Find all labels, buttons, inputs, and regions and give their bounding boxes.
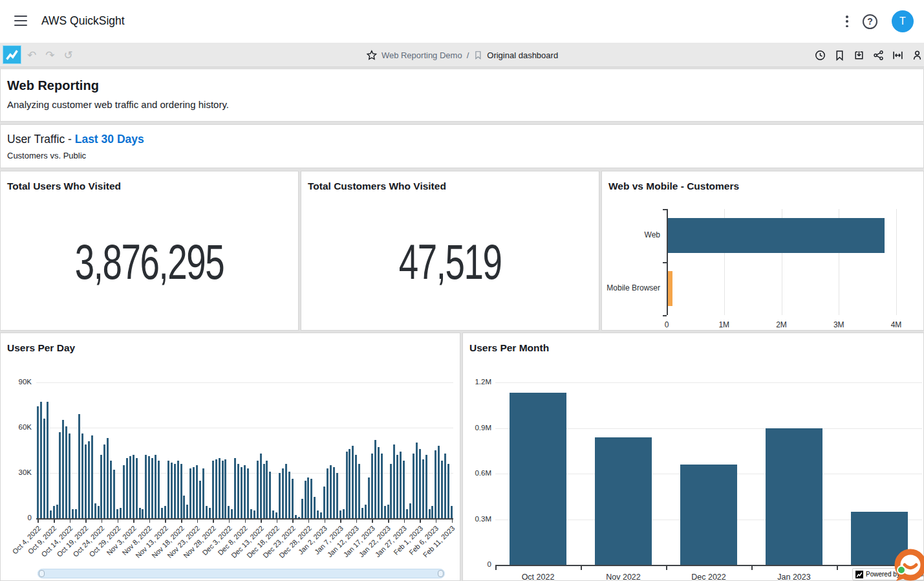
bar[interactable] [298,517,300,518]
bar[interactable] [53,506,55,518]
bar[interactable] [247,468,249,518]
section-title-link[interactable]: Last 30 Days [75,133,144,146]
bar[interactable] [396,455,398,518]
fit-width-icon[interactable] [892,50,903,61]
bar[interactable] [444,454,446,518]
bar[interactable] [400,452,402,518]
bar[interactable] [451,506,453,518]
bar[interactable] [260,454,262,518]
bar[interactable] [349,449,350,518]
bar[interactable] [253,510,255,518]
bar[interactable] [314,497,316,518]
kpi-card-total-customers[interactable]: Total Customers Who Visited 47,519 [301,171,599,331]
bar[interactable] [183,496,185,518]
bar[interactable] [142,509,144,518]
bar[interactable] [199,481,201,518]
bar[interactable] [310,479,312,518]
bar[interactable] [47,402,48,518]
user-avatar[interactable]: T [892,10,914,32]
bar[interactable] [358,464,360,518]
bar[interactable] [282,468,284,518]
bar[interactable] [107,438,109,518]
bar[interactable] [336,473,338,518]
bar[interactable] [98,506,100,518]
bar[interactable] [202,468,204,518]
bar[interactable] [65,426,67,518]
kebab-menu-icon[interactable] [846,16,848,27]
bar[interactable] [43,419,45,518]
bar[interactable] [75,509,77,518]
bar[interactable] [81,433,83,518]
bar[interactable] [680,465,737,565]
bar[interactable] [139,508,141,518]
bar[interactable] [56,505,58,518]
bar[interactable] [103,444,105,518]
bar[interactable] [91,435,93,518]
quicksight-logo-icon[interactable] [3,45,21,64]
bar[interactable] [288,472,290,518]
bar[interactable] [257,461,259,518]
bar[interactable] [212,461,214,518]
bar[interactable] [224,459,226,518]
bar[interactable] [438,446,440,518]
bar[interactable] [381,454,383,518]
bar[interactable] [167,461,169,518]
bar[interactable] [206,506,208,518]
chart-card-users-per-month[interactable]: Users Per Month 1.2M0.9M0.6M0.3M0Oct 202… [462,333,924,581]
bar[interactable] [305,481,306,518]
bar[interactable] [120,508,122,518]
bar[interactable] [374,440,376,518]
bar[interactable] [69,433,70,518]
bar[interactable] [317,510,319,518]
bar[interactable] [189,468,191,518]
bar[interactable] [136,458,138,518]
bar[interactable] [50,510,52,518]
chat-widget-icon[interactable] [893,548,924,581]
kpi-card-total-users[interactable]: Total Users Who Visited 3,876,295 [0,171,299,331]
chart-scrollbar[interactable] [38,569,445,578]
bar[interactable] [196,465,198,518]
bar[interactable] [333,467,335,518]
bar[interactable] [406,509,408,518]
bar[interactable] [285,464,287,518]
bar[interactable] [263,464,265,518]
bar[interactable] [346,452,348,518]
bar[interactable] [113,470,115,518]
bar[interactable] [158,461,160,518]
breadcrumb-dashboard-name[interactable]: Web Reporting Demo [381,50,462,60]
bar[interactable] [343,509,345,518]
bar[interactable] [40,402,42,518]
bar[interactable] [320,512,322,518]
bar[interactable] [339,510,341,518]
bar[interactable] [668,218,885,253]
history-clock-icon[interactable] [815,50,826,61]
bar[interactable] [100,455,102,518]
bar[interactable] [148,456,150,518]
bar[interactable] [234,458,236,518]
bar[interactable] [180,464,182,518]
scrollbar-handle-left[interactable] [39,570,45,577]
bar[interactable] [177,461,179,518]
bar[interactable] [78,414,80,518]
bar[interactable] [766,428,822,565]
bar[interactable] [422,459,424,518]
bar[interactable] [123,465,125,518]
bar[interactable] [145,455,147,518]
favorite-star-icon[interactable] [366,50,377,61]
bar[interactable] [441,461,443,518]
chart-card-users-per-day[interactable]: Users Per Day 90K60K30K0Oct 4, 2022Oct 9… [0,333,460,581]
bar[interactable] [361,508,363,518]
bar[interactable] [295,515,297,518]
bar[interactable] [352,446,354,518]
bar[interactable] [126,458,128,518]
bar[interactable] [292,479,294,518]
bar[interactable] [429,509,431,518]
bar[interactable] [59,432,61,518]
bar[interactable] [301,499,303,518]
bar[interactable] [164,506,166,518]
bar[interactable] [250,509,252,518]
bar[interactable] [215,459,217,518]
bar[interactable] [222,461,224,518]
undo-icon[interactable]: ↶ [27,50,36,61]
bar[interactable] [378,447,380,518]
